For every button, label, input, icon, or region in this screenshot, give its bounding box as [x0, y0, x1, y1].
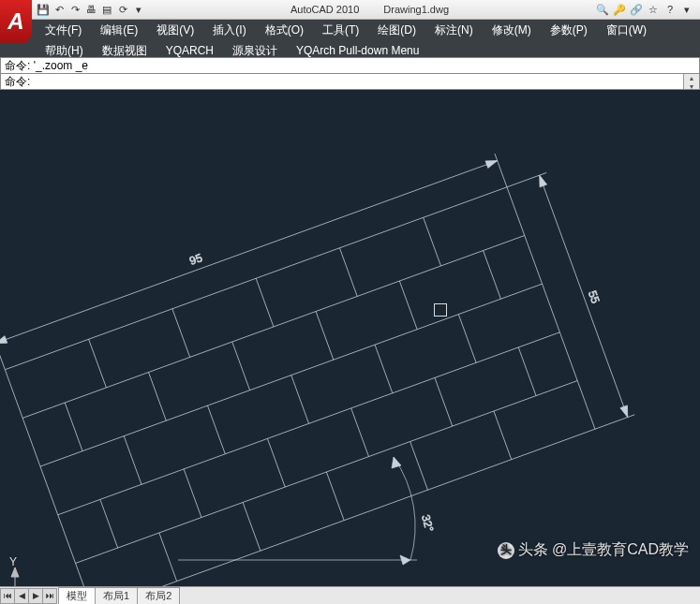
dimension-55: 55	[586, 288, 603, 305]
svg-line-13	[316, 312, 334, 361]
svg-line-30	[410, 442, 428, 491]
svg-line-3	[58, 332, 560, 515]
svg-marker-48	[11, 567, 19, 577]
menu-yuanquan[interactable]: 源泉设计	[223, 40, 287, 61]
svg-line-29	[326, 472, 344, 521]
tab-layout1[interactable]: 布局1	[95, 587, 138, 605]
menu-view[interactable]: 视图(V)	[147, 20, 203, 40]
scroll-up-icon[interactable]: ▴	[684, 74, 699, 82]
help-icon[interactable]: ?	[663, 2, 678, 17]
link-icon[interactable]: 🔗	[629, 2, 644, 17]
tab-last-icon[interactable]: ⏭	[42, 588, 57, 604]
tab-first-icon[interactable]: ⏮	[0, 588, 15, 604]
watermark-prefix: 头条	[518, 540, 548, 560]
key-icon[interactable]: 🔑	[612, 2, 627, 17]
pick-box-cursor	[434, 303, 447, 317]
svg-line-7	[256, 278, 274, 327]
watermark-icon: 头	[498, 542, 514, 559]
menu-insert[interactable]: 插入(I)	[203, 20, 255, 40]
menu-dataview[interactable]: 数据视图	[93, 40, 156, 61]
ucs-y-label: Y	[9, 556, 17, 568]
print-icon[interactable]: 🖶	[83, 2, 98, 17]
tab-prev-icon[interactable]: ◀	[14, 588, 29, 604]
watermark: 头 头条 @上壹教育CAD教学	[498, 540, 689, 560]
search-icon[interactable]: 🔍	[595, 2, 610, 17]
svg-line-26	[518, 347, 536, 396]
svg-line-10	[65, 403, 82, 451]
refresh-icon[interactable]: ⟳	[115, 2, 130, 17]
dimension-angle: 32°	[419, 513, 436, 533]
svg-line-21	[100, 499, 118, 548]
menu-modify[interactable]: 修改(M)	[483, 20, 541, 40]
menu-draw[interactable]: 绘图(D)	[368, 20, 425, 40]
command-prompt: 命令:	[5, 74, 30, 90]
tab-layout2[interactable]: 布局2	[137, 587, 180, 605]
plot-icon[interactable]: ▤	[99, 2, 114, 17]
menu-format[interactable]: 格式(O)	[256, 20, 313, 40]
menu-dimension[interactable]: 标注(N)	[425, 20, 483, 40]
svg-line-15	[484, 251, 501, 300]
title-dropdown-icon[interactable]: ▾	[679, 2, 694, 17]
title-center: AutoCAD 2010 Drawing1.dwg	[150, 4, 589, 15]
svg-line-11	[149, 373, 167, 421]
svg-line-23	[267, 438, 285, 487]
menu-window[interactable]: 窗口(W)	[597, 20, 656, 40]
command-history-text: 命令: '_.zoom _e	[5, 58, 88, 74]
svg-line-28	[243, 502, 261, 551]
svg-line-24	[351, 408, 369, 457]
svg-line-27	[159, 533, 177, 582]
drawing-svg: 95 55 32°	[0, 90, 700, 586]
command-line[interactable]: 命令: ▴ ▾	[0, 73, 700, 90]
svg-line-31	[494, 411, 512, 460]
svg-line-5	[89, 339, 107, 388]
drawing-canvas[interactable]: 95 55 32°	[0, 90, 700, 586]
svg-line-18	[291, 376, 309, 424]
app-title: AutoCAD 2010	[290, 4, 359, 15]
svg-line-9	[424, 217, 441, 266]
menu-tools[interactable]: 工具(T)	[313, 20, 368, 40]
svg-rect-0	[5, 187, 595, 586]
qat-dropdown-icon[interactable]: ▾	[131, 2, 146, 17]
svg-line-12	[232, 342, 250, 390]
svg-line-16	[124, 436, 141, 485]
svg-line-34	[0, 161, 498, 344]
svg-line-25	[435, 377, 453, 426]
document-title: Drawing1.dwg	[383, 4, 449, 15]
svg-line-19	[375, 345, 393, 393]
menu-yqarch-pull[interactable]: YQArch Pull-down Menu	[287, 40, 428, 61]
menu-bar: 文件(F) 编辑(E) 视图(V) 插入(I) 格式(O) 工具(T) 绘图(D…	[0, 20, 700, 57]
star-icon[interactable]: ☆	[646, 2, 661, 17]
layout-tab-strip: ⏮ ◀ ▶ ⏭ 模型 布局1 布局2	[0, 586, 700, 604]
svg-line-38	[595, 415, 634, 429]
svg-line-17	[207, 405, 225, 454]
tab-next-icon[interactable]: ▶	[28, 588, 43, 604]
command-scrollbar[interactable]: ▴ ▾	[683, 74, 699, 89]
title-bar: ▢ 📂 💾 ↶ ↷ 🖶 ▤ ⟳ ▾ AutoCAD 2010 Drawing1.…	[0, 0, 700, 20]
save-icon[interactable]: 💾	[36, 2, 51, 17]
tab-nav: ⏮ ◀ ▶ ⏭	[0, 588, 56, 604]
svg-line-8	[339, 248, 357, 297]
title-right-tools: 🔍 🔑 🔗 ☆ ? ▾	[589, 2, 700, 17]
svg-line-20	[458, 315, 476, 363]
app-menu-button[interactable]: A	[0, 0, 32, 43]
svg-line-39	[540, 175, 628, 417]
menu-file[interactable]: 文件(F)	[36, 20, 91, 40]
menu-yqarch[interactable]: YQARCH	[156, 40, 223, 61]
menu-edit[interactable]: 编辑(E)	[91, 20, 147, 40]
layout-tabs: 模型 布局1 布局2	[58, 587, 179, 605]
svg-line-6	[172, 309, 190, 358]
redo-icon[interactable]: ↷	[67, 2, 82, 17]
menu-parametric[interactable]: 参数(P)	[541, 20, 597, 40]
svg-marker-35	[0, 336, 7, 347]
dimension-95: 95	[187, 251, 204, 268]
watermark-text: @上壹教育CAD教学	[552, 540, 689, 560]
tab-model[interactable]: 模型	[58, 587, 96, 605]
undo-icon[interactable]: ↶	[52, 2, 67, 17]
svg-line-33	[495, 154, 507, 187]
svg-marker-43	[400, 555, 410, 565]
svg-line-22	[184, 469, 201, 518]
svg-line-14	[399, 281, 417, 330]
